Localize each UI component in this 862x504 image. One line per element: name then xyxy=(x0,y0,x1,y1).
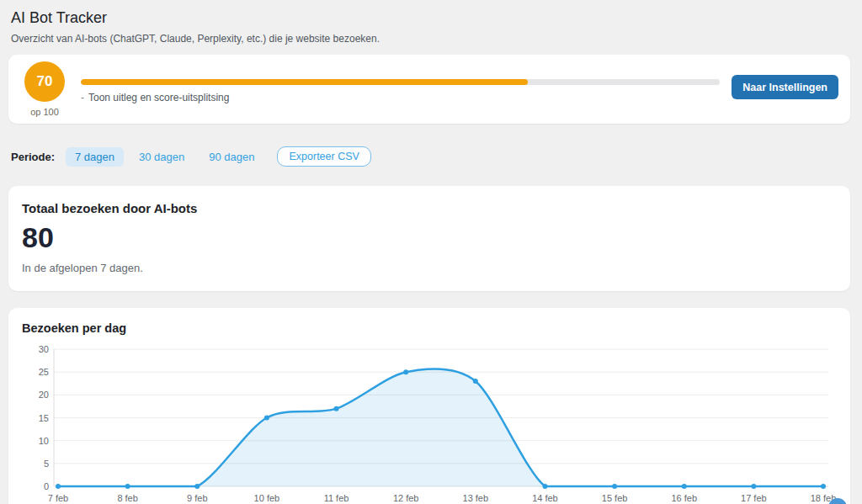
page-subtitle: Overzicht van AI-bots (ChatGPT, Claude, … xyxy=(11,33,850,45)
chart-y-label: 20 xyxy=(39,390,49,400)
export-csv-button[interactable]: Exporteer CSV xyxy=(277,146,370,167)
period-selector: Periode: 7 dagen 30 dagen 90 dagen Expor… xyxy=(11,146,850,167)
chart-point xyxy=(751,484,756,489)
page: AI Bot Tracker Overzicht van AI-bots (Ch… xyxy=(0,0,862,504)
disclosure-marker-icon: - xyxy=(81,92,84,103)
score-card: 70 op 100 -Toon uitleg en score-uitsplit… xyxy=(8,55,850,124)
chart-y-label: 10 xyxy=(39,436,49,446)
score-value: 70 xyxy=(37,73,53,90)
total-visits-card: Totaal bezoeken door AI-bots 80 In de af… xyxy=(8,186,850,291)
period-option-7-days[interactable]: 7 dagen xyxy=(66,147,124,167)
chart-x-label: 13 feb xyxy=(463,493,489,503)
period-label: Periode: xyxy=(11,151,55,163)
score-toggle-label: Toon uitleg en score-uitsplitsing xyxy=(88,92,229,103)
score-progress-track xyxy=(81,79,720,85)
chart-y-label: 5 xyxy=(44,459,49,469)
chart-y-label: 25 xyxy=(39,367,49,377)
score-max-label: op 100 xyxy=(17,107,72,117)
chart-x-label: 15 feb xyxy=(602,493,628,503)
chart-x-label: 16 feb xyxy=(671,493,697,503)
chart-point xyxy=(403,369,408,374)
visits-line-chart: 0510152025307 feb8 feb9 feb10 feb11 feb1… xyxy=(22,342,838,504)
settings-button[interactable]: Naar Instellingen xyxy=(732,75,838,99)
chart-x-label: 9 feb xyxy=(187,493,207,503)
chart-point xyxy=(125,484,130,489)
chart-x-label: 17 feb xyxy=(741,493,767,503)
chart-point xyxy=(542,484,547,489)
chart-point xyxy=(473,379,478,384)
period-option-90-days[interactable]: 90 dagen xyxy=(200,147,263,167)
visits-per-day-card: Bezoeken per dag 0510152025307 feb8 feb9… xyxy=(8,308,850,504)
chart-x-label: 8 feb xyxy=(117,493,137,503)
page-header: AI Bot Tracker Overzicht van AI-bots (Ch… xyxy=(8,9,850,45)
chart-y-label: 15 xyxy=(39,413,49,423)
chart-x-label: 12 feb xyxy=(393,493,419,503)
chart-point xyxy=(612,484,617,489)
chart-x-label: 14 feb xyxy=(532,493,558,503)
chart-point xyxy=(682,484,687,489)
chart-point xyxy=(334,406,339,411)
score-details-toggle[interactable]: -Toon uitleg en score-uitsplitsing xyxy=(81,92,720,103)
chart-y-label: 0 xyxy=(44,481,49,491)
score-circle: 70 xyxy=(24,61,65,102)
chart-point xyxy=(264,416,269,421)
total-visits-subtitle: In de afgelopen 7 dagen. xyxy=(22,262,837,274)
chart-x-label: 7 feb xyxy=(48,493,68,503)
chart-y-label: 30 xyxy=(39,344,49,354)
chart-point xyxy=(821,484,826,489)
score-progress-section: -Toon uitleg en score-uitsplitsing xyxy=(81,61,720,103)
period-option-30-days[interactable]: 30 dagen xyxy=(130,147,194,167)
chart-x-label: 10 feb xyxy=(254,493,280,503)
chart-point xyxy=(194,484,200,489)
score-circle-wrap: 70 op 100 xyxy=(17,61,72,117)
chart-title: Bezoeken per dag xyxy=(22,321,838,335)
score-progress-fill xyxy=(81,79,528,85)
total-visits-value: 80 xyxy=(22,223,837,252)
chart-x-label: 11 feb xyxy=(324,493,349,503)
page-title: AI Bot Tracker xyxy=(11,9,850,27)
chart-point xyxy=(56,484,61,489)
total-visits-title: Totaal bezoeken door AI-bots xyxy=(22,201,837,215)
chart-area-fill xyxy=(58,369,823,486)
